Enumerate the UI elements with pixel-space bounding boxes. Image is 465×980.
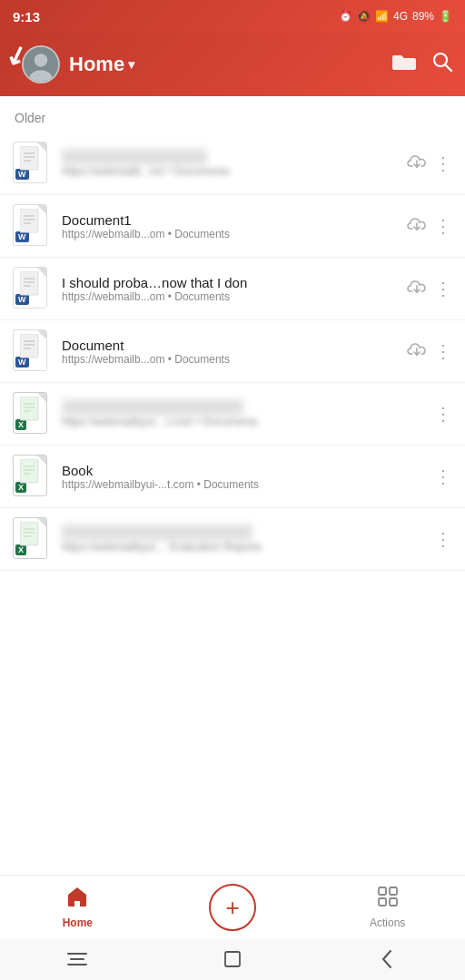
file-info: Book https://webmailbyui-...t.com • Docu… [62,463,423,491]
file-info: https://webmailbyui.... Evaluation Repor… [62,524,423,554]
file-type-icon: W [13,204,51,248]
system-back-button[interactable] [370,941,406,977]
more-options-icon[interactable]: ⋮ [434,340,452,362]
more-options-icon[interactable]: ⋮ [434,278,452,299]
file-list: W https://webmailb...om • Documents ⋮ [0,132,465,571]
battery-icon: 🔋 [439,10,452,23]
more-options-icon[interactable]: ⋮ [434,215,452,237]
search-icon[interactable] [432,52,452,77]
system-menu-button[interactable] [59,941,95,977]
list-item: W Document1 https://webmailb...om • Docu… [0,195,465,258]
nav-actions[interactable]: Actions [310,885,465,929]
svg-rect-40 [390,898,397,906]
file-meta: https://webmailb...om • Documents [62,353,396,366]
file-name: I should proba…now that I don [62,275,396,290]
file-type-icon: W [13,267,51,310]
file-actions: ⋮ [407,152,452,174]
file-actions: ⋮ [407,278,452,299]
more-options-icon[interactable]: ⋮ [434,466,452,487]
svg-rect-15 [20,271,38,295]
file-actions: ⋮ [434,403,452,425]
system-home-button[interactable] [214,941,251,977]
home-title[interactable]: Home ▾ [69,53,134,76]
bottom-nav: Home + Actions [0,875,465,938]
nav-add[interactable]: + [155,884,311,931]
file-name: Document [62,338,396,353]
mute-icon: 🔕 [357,10,371,23]
header-right [392,52,452,77]
file-name [62,524,252,541]
status-icons: ⏰ 🔕 📶 4G 89% 🔋 [339,10,452,23]
svg-point-1 [35,54,47,66]
svg-line-4 [445,64,451,71]
status-time: 9:13 [13,9,40,24]
svg-rect-37 [379,887,386,895]
more-options-icon[interactable]: ⋮ [434,528,452,550]
file-type-icon: X [13,517,51,561]
status-bar: 9:13 ⏰ 🔕 📶 4G 89% 🔋 [0,0,465,33]
section-label: Older [0,96,465,132]
file-meta: https://webmailb...om • Documents [62,165,396,178]
list-item: W https://webmailb...om • Documents ⋮ [0,132,465,195]
alarm-icon: ⏰ [339,10,352,23]
cloud-download-icon[interactable] [407,153,427,174]
svg-rect-29 [20,459,38,483]
file-actions: ⋮ [434,466,452,487]
system-nav-bar [0,938,465,980]
file-meta: https://webmailbyui-...t.com • Documents [62,478,423,491]
file-info: I should proba…now that I don https://we… [62,275,396,303]
actions-icon [376,885,400,914]
cloud-download-icon[interactable] [407,341,427,362]
file-meta: https://webmailbyui.... Evaluation Repor… [62,541,423,554]
nav-home[interactable]: Home [0,885,155,929]
list-item: W Document https://webmailb...om • Docum… [0,320,465,383]
home-label: Home [69,53,124,76]
file-type-icon: W [13,142,51,185]
wifi-icon: 📶 [375,10,389,23]
svg-rect-38 [390,887,397,895]
file-info: https://webmailb...om • Documents [62,149,396,178]
file-actions: ⋮ [407,215,452,237]
app-header: ↙ Home ▾ [0,33,465,96]
file-info: Document1 https://webmailb...om • Docume… [62,212,396,240]
more-options-icon[interactable]: ⋮ [434,152,452,174]
file-info: Document https://webmailb...om • Documen… [62,338,396,366]
svg-rect-25 [20,397,38,420]
file-meta: https://webmailbyui....t.com • Documents [62,416,423,428]
home-icon [65,885,89,914]
home-nav-label: Home [63,916,93,929]
svg-rect-10 [20,209,38,232]
svg-rect-39 [379,898,386,906]
list-item: X https://webmailbyui....t.com • Documen… [0,383,465,446]
list-item: X https://webmailbyui.... Evaluation Rep… [0,508,465,571]
folder-icon[interactable] [392,52,416,77]
list-item: X Book https://webmailbyui-...t.com • Do… [0,446,465,508]
file-meta: https://webmailb...om • Documents [62,228,396,240]
file-actions: ⋮ [434,528,452,550]
actions-nav-label: Actions [370,916,405,929]
list-item: W I should proba…now that I don https://… [0,258,465,320]
signal-icon: 4G [393,10,408,23]
svg-rect-20 [20,334,38,358]
file-name [62,149,207,165]
file-actions: ⋮ [407,340,452,362]
header-left: ↙ Home ▾ [13,45,134,83]
chevron-down-icon: ▾ [128,57,134,72]
file-type-icon: X [13,392,51,436]
plus-icon: + [225,896,239,919]
svg-rect-5 [20,146,38,170]
battery-level: 89% [412,10,434,23]
svg-rect-33 [20,522,38,545]
more-options-icon[interactable]: ⋮ [434,403,452,425]
file-name: Document1 [62,212,396,228]
cloud-download-icon[interactable] [407,216,427,237]
file-name [62,399,243,416]
file-name: Book [62,463,423,478]
file-type-icon: W [13,329,51,373]
add-button[interactable]: + [209,884,256,931]
svg-rect-44 [225,952,240,966]
file-type-icon: X [13,455,51,498]
cloud-download-icon[interactable] [407,279,427,299]
file-info: https://webmailbyui....t.com • Documents [62,399,423,428]
file-meta: https://webmailb...om • Documents [62,290,396,303]
